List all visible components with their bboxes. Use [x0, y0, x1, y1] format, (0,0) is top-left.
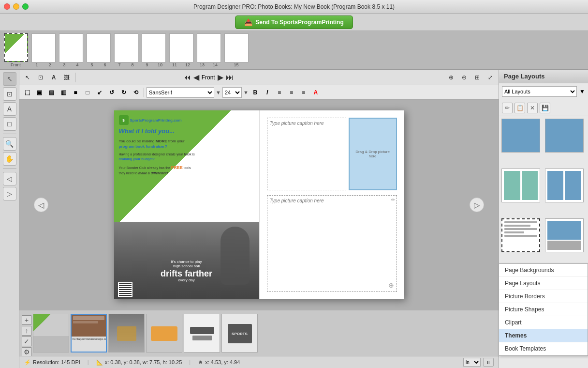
bottom-thumb-6[interactable]: SPORTS: [221, 314, 258, 353]
thumb-11-12-box[interactable]: [169, 33, 193, 62]
text-btn[interactable]: A: [48, 72, 59, 83]
send-to-button[interactable]: 📤 Send To SportsProgramPrinting: [235, 15, 353, 29]
settings-button[interactable]: ⚙: [22, 347, 31, 356]
close-button[interactable]: [4, 3, 10, 10]
bottom-thumb-2[interactable]: heritagechristiancollege.com: [71, 314, 107, 353]
units-select[interactable]: in cm px: [463, 358, 481, 367]
thumb-1-2-box[interactable]: [31, 33, 56, 62]
shape-tool-button[interactable]: □: [3, 117, 16, 131]
layout-thumb-3[interactable]: [501, 169, 540, 202]
check-button[interactable]: ✓: [22, 337, 31, 346]
layout-filter-select[interactable]: All Layouts: [502, 86, 577, 97]
zoom-in-button[interactable]: ⊕: [445, 72, 457, 83]
bottom-thumb-5[interactable]: [184, 314, 220, 353]
arrow-btn[interactable]: ↙: [94, 87, 105, 98]
text-tool-button[interactable]: A: [3, 102, 16, 116]
border3-btn[interactable]: ▥: [58, 87, 69, 98]
thumb-3-4-box[interactable]: [59, 33, 83, 62]
bottom-thumb-3[interactable]: [108, 314, 145, 353]
rotate2-btn[interactable]: ↻: [118, 87, 129, 98]
right-page[interactable]: Type picture caption here Drag & Drop pi…: [259, 110, 404, 299]
edit-btn[interactable]: ⊡: [35, 72, 46, 83]
fit-page-button[interactable]: ⊞: [471, 72, 483, 83]
delete-layout-button[interactable]: ✕: [527, 103, 538, 113]
bold-button[interactable]: B: [250, 87, 261, 98]
thumb-9-10-box[interactable]: [142, 33, 166, 62]
next-page-button[interactable]: ▶: [218, 73, 223, 82]
hand-tool-button[interactable]: ✋: [3, 152, 16, 166]
thumbnail-front[interactable]: Front: [2, 33, 29, 67]
add-page-button[interactable]: +: [22, 315, 31, 325]
align-right-button[interactable]: ≡: [298, 87, 309, 98]
outline-btn[interactable]: □: [82, 87, 93, 98]
thumb-5-6-box[interactable]: [87, 33, 111, 62]
layout-thumb-1[interactable]: [501, 119, 540, 153]
window-controls[interactable]: [4, 3, 29, 10]
pause-button[interactable]: ⏸: [483, 358, 494, 367]
prev-page-button[interactable]: ◀: [193, 73, 199, 82]
ctx-picture-borders[interactable]: Picture Borders: [499, 290, 588, 303]
thumbnail-5-6[interactable]: 56: [85, 33, 112, 67]
layout-thumb-6[interactable]: [545, 218, 584, 252]
minimize-button[interactable]: [13, 3, 19, 10]
layout-thumb-5[interactable]: [501, 218, 540, 252]
bottom-thumb-1[interactable]: [33, 314, 69, 353]
thumb-13-14-box[interactable]: [197, 33, 221, 62]
caption-box-2[interactable]: ✏ Type picture caption here ⊕: [267, 195, 397, 292]
ctx-clipart[interactable]: Clipart: [499, 316, 588, 329]
thumbnail-15[interactable]: 15: [223, 33, 250, 67]
zoom-out-button[interactable]: ⊖: [458, 72, 470, 83]
thumb-15-box[interactable]: [224, 33, 249, 62]
edit-icon[interactable]: ✏: [391, 197, 395, 202]
ctx-picture-shapes[interactable]: Picture Shapes: [499, 303, 588, 316]
thumbnail-1-2[interactable]: 12: [30, 33, 57, 67]
left-page[interactable]: $ SportsProgramPrinting.com What if I to…: [114, 110, 259, 299]
thumbnail-7-8[interactable]: 78: [113, 33, 139, 67]
italic-button[interactable]: I: [262, 87, 273, 98]
ctx-themes[interactable]: Themes: [499, 329, 588, 342]
move-up-button[interactable]: ↑: [22, 326, 31, 336]
align-center-button[interactable]: ≡: [286, 87, 297, 98]
flip-btn[interactable]: ⟲: [131, 87, 141, 98]
last-page-button[interactable]: ⏭: [226, 73, 234, 82]
select-btn[interactable]: ↖: [22, 72, 33, 83]
border-btn[interactable]: ▣: [34, 87, 44, 98]
ctx-page-layouts[interactable]: Page Layouts: [499, 277, 588, 290]
ctx-book-templates[interactable]: Book Templates: [499, 342, 588, 355]
edit-layout-button[interactable]: ✏: [502, 103, 513, 113]
first-page-button[interactable]: ⏮: [183, 73, 191, 82]
border2-btn[interactable]: ▤: [46, 87, 57, 98]
left-arrow-tool[interactable]: ◁: [3, 172, 16, 185]
prev-spread-button[interactable]: ◁: [34, 198, 48, 212]
layout-thumb-4[interactable]: [545, 169, 584, 202]
rotate-btn[interactable]: ↺: [106, 87, 117, 98]
bottom-thumb-4[interactable]: [146, 314, 182, 353]
fill-btn[interactable]: ■: [70, 87, 81, 98]
maximize-button[interactable]: [22, 3, 29, 10]
picture-placeholder-1[interactable]: Drag & Drop picture here: [349, 118, 397, 190]
save-layout-button[interactable]: 💾: [540, 103, 550, 113]
right-arrow-tool[interactable]: ▷: [3, 187, 16, 200]
font-size-select[interactable]: 24: [222, 87, 242, 98]
layout-thumb-2[interactable]: [545, 119, 584, 153]
front-cover-thumb[interactable]: [4, 33, 28, 62]
thumbnail-13-14[interactable]: 1314: [195, 33, 222, 67]
align-left-button[interactable]: ≡: [274, 87, 285, 98]
object-btn[interactable]: 🖼: [61, 72, 73, 83]
next-spread-button[interactable]: ▷: [470, 198, 484, 212]
crop-tool-button[interactable]: ⊡: [3, 87, 16, 101]
thumb-7-8-box[interactable]: [114, 33, 138, 62]
copy-layout-button[interactable]: 📋: [514, 103, 525, 113]
select-tool-button[interactable]: ↖: [3, 72, 16, 86]
ctx-page-backgrounds[interactable]: Page Backgrounds: [499, 264, 588, 277]
zoom-tool-button[interactable]: 🔍: [3, 137, 16, 151]
thumbnail-11-12[interactable]: 1112: [168, 33, 194, 67]
caption-box-1[interactable]: Type picture caption here: [267, 118, 346, 190]
font-family-select[interactable]: SansSerif: [147, 87, 214, 98]
fullscreen-button[interactable]: ⤢: [485, 72, 496, 83]
thumbnail-3-4[interactable]: 34: [58, 33, 84, 67]
align-left-format-btn[interactable]: ⬚: [22, 87, 32, 98]
coords-icon: 🖱: [198, 359, 203, 365]
thumbnail-9-10[interactable]: 910: [140, 33, 167, 67]
color-button[interactable]: A: [310, 87, 321, 98]
